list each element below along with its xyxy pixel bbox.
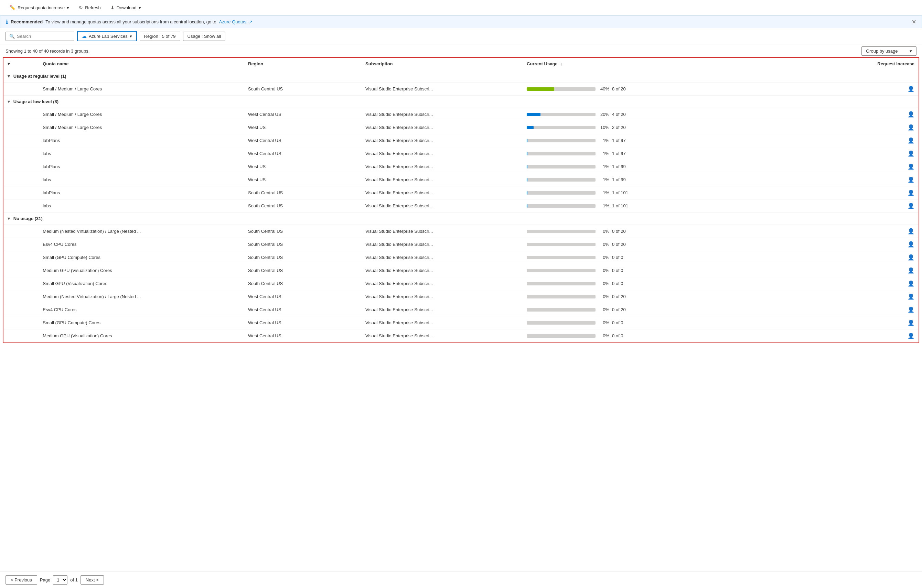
usage-count-text: 8 of 20	[612, 86, 633, 91]
row-request-cell[interactable]: 👤	[816, 251, 919, 264]
search-input[interactable]	[17, 34, 65, 39]
row-region: West Central US	[244, 303, 361, 316]
row-request-cell[interactable]: 👤	[816, 199, 919, 212]
row-region: West US	[244, 121, 361, 134]
request-increase-icon[interactable]: 👤	[907, 111, 914, 117]
usage-pct-text: 1%	[598, 138, 609, 143]
page-number-select[interactable]: 1	[53, 575, 67, 585]
download-btn[interactable]: ⬇ Download ▾	[106, 3, 145, 12]
request-quota-btn[interactable]: ✏️ Request quota increase ▾	[5, 3, 73, 12]
usage-count-text: 1 of 99	[612, 164, 633, 169]
request-increase-icon[interactable]: 👤	[907, 137, 914, 144]
row-quota-name: Small / Medium / Large Cores	[39, 121, 244, 134]
request-increase-icon[interactable]: 👤	[907, 190, 914, 196]
usage-bar-bg	[527, 243, 595, 246]
row-usage-cell: 0% 0 of 0	[523, 330, 816, 343]
request-increase-icon[interactable]: 👤	[907, 242, 914, 247]
group-chevron-icon: ▾	[8, 74, 10, 79]
row-request-cell[interactable]: 👤	[816, 83, 919, 96]
usage-bar-bg	[527, 204, 595, 208]
usage-sort-icon: ↓	[560, 61, 562, 66]
request-increase-icon[interactable]: 👤	[907, 124, 914, 130]
request-increase-icon[interactable]: 👤	[907, 203, 914, 209]
group-header-cell[interactable]: ▾ Usage at regular level (1)	[3, 70, 919, 83]
refresh-btn[interactable]: ↻ Refresh	[75, 3, 105, 12]
group-header-row[interactable]: ▾ Usage at low level (8)	[3, 96, 919, 108]
azure-quotas-link[interactable]: Azure Quotas. ↗	[219, 19, 253, 24]
group-by-select[interactable]: Group by usage ▾	[862, 46, 917, 56]
row-request-cell[interactable]: 👤	[816, 303, 919, 316]
request-increase-icon[interactable]: 👤	[907, 150, 914, 157]
request-increase-icon[interactable]: 👤	[907, 86, 914, 92]
col-usage-header[interactable]: Current Usage ↓	[523, 58, 816, 70]
row-subscription: Visual Studio Enterprise Subscri...	[361, 290, 523, 303]
row-request-cell[interactable]: 👤	[816, 225, 919, 238]
row-request-cell[interactable]: 👤	[816, 186, 919, 199]
request-increase-icon[interactable]: 👤	[907, 281, 914, 286]
previous-btn[interactable]: < Previous	[5, 575, 37, 585]
row-usage-cell: 0% 0 of 0	[523, 277, 816, 290]
row-subscription: Visual Studio Enterprise Subscri...	[361, 330, 523, 343]
row-quota-name: Medium (Nested Virtualization) / Large (…	[39, 290, 244, 303]
request-increase-icon[interactable]: 👤	[907, 333, 914, 339]
group-header-row[interactable]: ▾ Usage at regular level (1)	[3, 70, 919, 83]
row-usage-cell: 0% 0 of 0	[523, 316, 816, 330]
request-increase-icon[interactable]: 👤	[907, 255, 914, 260]
request-increase-icon[interactable]: 👤	[907, 307, 914, 313]
group-header-row[interactable]: ▾ No usage (31)	[3, 212, 919, 225]
group-header-cell[interactable]: ▾ No usage (31)	[3, 212, 919, 225]
row-request-cell[interactable]: 👤	[816, 147, 919, 160]
row-quota-name: Medium GPU (Visualization) Cores	[39, 264, 244, 277]
request-increase-icon[interactable]: 👤	[907, 268, 914, 273]
row-select-cell	[3, 225, 39, 238]
col-quota-header[interactable]: Quota name	[39, 58, 244, 70]
group-header-cell[interactable]: ▾ Usage at low level (8)	[3, 96, 919, 108]
col-region-header: Region	[244, 58, 361, 70]
banner-close-btn[interactable]: ✕	[912, 19, 916, 25]
row-request-cell[interactable]: 👤	[816, 121, 919, 134]
table-row: labs West Central US Visual Studio Enter…	[3, 147, 919, 160]
usage-bar-bg	[527, 165, 595, 168]
row-region: South Central US	[244, 264, 361, 277]
usage-pct-text: 0%	[598, 320, 609, 325]
row-request-cell[interactable]: 👤	[816, 238, 919, 251]
row-region: West US	[244, 160, 361, 173]
region-filter-tag[interactable]: Region : 5 of 79	[140, 32, 180, 41]
request-increase-icon[interactable]: 👤	[907, 228, 914, 234]
request-increase-icon[interactable]: 👤	[907, 294, 914, 299]
request-quota-chevron: ▾	[67, 5, 69, 10]
usage-bar-bg	[527, 334, 595, 338]
info-banner: ℹ Recommended To view and manage quotas …	[0, 15, 922, 28]
row-quota-name: labs	[39, 147, 244, 160]
row-request-cell[interactable]: 👤	[816, 316, 919, 330]
table-row: labs South Central US Visual Studio Ente…	[3, 199, 919, 212]
row-subscription: Visual Studio Enterprise Subscri...	[361, 186, 523, 199]
row-request-cell[interactable]: 👤	[816, 277, 919, 290]
row-request-cell[interactable]: 👤	[816, 173, 919, 186]
row-request-cell[interactable]: 👤	[816, 290, 919, 303]
next-btn[interactable]: Next >	[80, 575, 104, 585]
row-region: West Central US	[244, 330, 361, 343]
group-chevron-icon: ▾	[8, 99, 10, 104]
row-select-cell	[3, 238, 39, 251]
row-request-cell[interactable]: 👤	[816, 134, 919, 147]
row-request-cell[interactable]: 👤	[816, 160, 919, 173]
usage-bar-fill	[527, 113, 541, 116]
row-request-cell[interactable]: 👤	[816, 264, 919, 277]
row-request-cell[interactable]: 👤	[816, 108, 919, 121]
search-box[interactable]: 🔍	[5, 32, 74, 41]
download-icon: ⬇	[110, 5, 114, 10]
col-select-header[interactable]: ▾	[3, 58, 39, 70]
request-increase-icon[interactable]: 👤	[907, 320, 914, 326]
request-increase-icon[interactable]: 👤	[907, 177, 914, 183]
record-info-bar: Showing 1 to 40 of 40 records in 3 group…	[0, 44, 922, 57]
usage-bar-bg	[527, 87, 595, 91]
row-request-cell[interactable]: 👤	[816, 330, 919, 343]
usage-label: Usage : Show all	[188, 34, 221, 39]
service-filter-pill[interactable]: ☁ Azure Lab Services ▾	[77, 31, 137, 41]
usage-count-text: 0 of 20	[612, 307, 633, 312]
usage-filter-tag[interactable]: Usage : Show all	[183, 32, 226, 41]
table-row: labPlans West Central US Visual Studio E…	[3, 134, 919, 147]
table-row: Esv4 CPU Cores West Central US Visual St…	[3, 303, 919, 316]
request-increase-icon[interactable]: 👤	[907, 164, 914, 170]
